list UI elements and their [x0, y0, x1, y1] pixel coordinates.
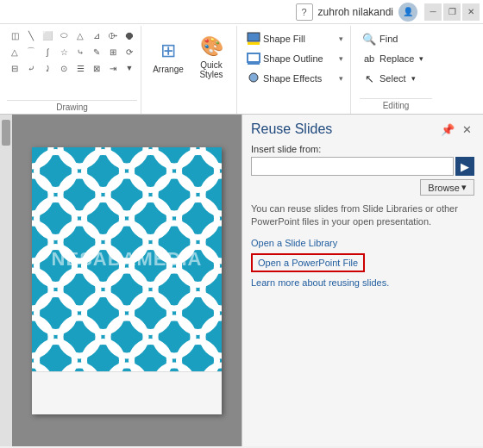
panel-header: Reuse Slides 📌 ✕ [242, 115, 483, 140]
find-button[interactable]: 🔍 Find [360, 29, 432, 48]
shape-outline-label: Shape Outline [263, 53, 337, 64]
scrollbar-thumb[interactable] [2, 120, 10, 146]
panel-pin-button[interactable]: 📌 [440, 121, 455, 137]
svg-rect-0 [248, 33, 260, 41]
slide-area: NESABAMEDIA [0, 115, 242, 446]
slide-bottom [32, 371, 222, 414]
insert-path-input[interactable] [251, 157, 454, 176]
tool-btn-8[interactable]: ⯃ [122, 28, 137, 43]
replace-dropdown-arrow: ▾ [419, 54, 423, 63]
browse-dropdown-arrow: ▾ [461, 182, 467, 193]
drawing-row-1: ◫ ╲ ⬜ ⬭ △ ⊿ ⌱ ⯃ [7, 28, 137, 43]
tool-btn-4[interactable]: ⬭ [56, 28, 72, 43]
slide-canvas: NESABAMEDIA [12, 115, 242, 446]
tool-btn-5[interactable]: △ [72, 28, 88, 43]
shape-fill-dropdown-arrow: ▾ [339, 34, 343, 43]
main-area: NESABAMEDIA Reuse Slides 📌 ✕ Insert slid… [0, 115, 483, 446]
ribbon: ◫ ╲ ⬜ ⬭ △ ⊿ ⌱ ⯃ △ ⌒ ∫ ☆ ⤷ ✎ ⊞ ⟳ [0, 24, 483, 115]
panel-close-button[interactable]: ✕ [459, 121, 474, 137]
shape-effects-dropdown-arrow: ▾ [339, 74, 343, 83]
shape-outline-dropdown-arrow: ▾ [339, 54, 343, 63]
find-label: Find [380, 34, 398, 44]
tool-btn-19[interactable]: ⤸ [40, 60, 55, 76]
help-icon: ? [302, 7, 307, 17]
drawing-row-3: ⊟ ⤶ ⤸ ⊙ ☰ ⊠ ⇥ ▼ [7, 60, 137, 76]
replace-button[interactable]: ab Replace ▾ [360, 49, 432, 68]
shape-section: Shape Fill ▾ Shape Outline ▾ Shape Effec… [239, 26, 351, 114]
quick-styles-label: Quick Styles [192, 60, 230, 79]
tool-btn-21[interactable]: ☰ [72, 60, 88, 76]
quick-styles-icon: 🎨 [200, 35, 223, 58]
info-text: You can reuse slides from Slide Librarie… [251, 202, 474, 229]
drawing-tools-section: ◫ ╲ ⬜ ⬭ △ ⊿ ⌱ ⯃ △ ⌒ ∫ ☆ ⤷ ✎ ⊞ ⟳ [3, 26, 141, 114]
select-dropdown-arrow: ▾ [411, 74, 416, 83]
shape-fill-icon [246, 31, 261, 47]
tool-btn-17[interactable]: ⊟ [7, 60, 22, 76]
browse-button[interactable]: Browse ▾ [420, 179, 474, 196]
shape-effects-icon [246, 71, 261, 86]
arrange-icon: ⊞ [160, 40, 176, 62]
editing-section: 🔍 Find ab Replace ▾ ↖ Select ▾ Editing [353, 26, 439, 114]
avatar: 👤 [398, 3, 417, 22]
learn-more-link[interactable]: Learn more about reusing slides. [251, 277, 474, 288]
tool-btn-3[interactable]: ⬜ [40, 28, 55, 43]
tool-btn-14[interactable]: ✎ [89, 44, 104, 59]
tool-btn-23[interactable]: ⇥ [105, 60, 121, 76]
panel-title: Reuse Slides [251, 121, 332, 137]
tool-btn-1[interactable]: ◫ [7, 28, 22, 43]
tool-btn-15[interactable]: ⊞ [105, 44, 121, 59]
svg-rect-3 [248, 63, 260, 65]
user-info: zuhroh nilakandi 👤 [318, 3, 417, 22]
arrange-label: Arrange [153, 65, 184, 74]
replace-icon: ab [362, 52, 376, 65]
username-label: zuhroh nilakandi [318, 6, 393, 18]
find-icon: 🔍 [362, 32, 376, 46]
tool-btn-20[interactable]: ⊙ [56, 60, 72, 76]
shape-effects-label: Shape Effects [263, 73, 337, 84]
tool-btn-expand[interactable]: ▼ [122, 60, 137, 76]
shape-outline-row[interactable]: Shape Outline ▾ [244, 49, 345, 68]
open-slide-library-link[interactable]: Open a Slide Library [251, 238, 474, 248]
insert-from-label: Insert slide from: [251, 144, 474, 154]
tool-btn-10[interactable]: ⌒ [23, 44, 39, 59]
svg-rect-1 [248, 42, 260, 45]
shape-outline-icon [246, 51, 261, 66]
tool-btn-6[interactable]: ⊿ [89, 28, 104, 43]
help-button[interactable]: ? [296, 3, 313, 21]
panel-controls: 📌 ✕ [440, 121, 474, 137]
tool-btn-12[interactable]: ☆ [56, 44, 72, 59]
quick-styles-button[interactable]: 🎨 Quick Styles [191, 29, 231, 84]
tool-btn-22[interactable]: ⊠ [89, 60, 104, 76]
shape-effects-row[interactable]: Shape Effects ▾ [244, 69, 345, 88]
editing-section-label: Editing [360, 98, 432, 110]
svg-rect-2 [248, 53, 260, 62]
tool-btn-13[interactable]: ⤷ [72, 44, 88, 59]
browse-label: Browse [428, 183, 460, 193]
window-controls: ─ ❐ ✕ [424, 3, 480, 21]
select-icon: ↖ [362, 72, 376, 85]
open-powerpoint-file-link[interactable]: Open a PowerPoint File [251, 253, 365, 272]
select-button[interactable]: ↖ Select ▾ [360, 69, 432, 88]
tool-btn-7[interactable]: ⌱ [105, 28, 121, 43]
drawing-tool-rows: ◫ ╲ ⬜ ⬭ △ ⊿ ⌱ ⯃ △ ⌒ ∫ ☆ ⤷ ✎ ⊞ ⟳ [7, 28, 137, 98]
restore-button[interactable]: ❐ [443, 3, 461, 21]
pin-icon: 📌 [441, 123, 455, 136]
close-button[interactable]: ✕ [462, 3, 480, 21]
drawing-section-label: Drawing [7, 100, 137, 112]
shape-fill-row[interactable]: Shape Fill ▾ [244, 29, 345, 48]
minimize-button[interactable]: ─ [424, 3, 442, 21]
arrange-section: ⊞ Arrange 🎨 Quick Styles [143, 26, 237, 114]
tool-btn-11[interactable]: ∫ [40, 44, 55, 59]
tool-btn-16[interactable]: ⟳ [122, 44, 137, 59]
shape-fill-label: Shape Fill [263, 34, 337, 44]
panel-close-icon: ✕ [462, 123, 472, 136]
panel-body: Insert slide from: ▶ Browse ▾ You can re… [242, 140, 483, 446]
tool-btn-2[interactable]: ╲ [23, 28, 39, 43]
slide-scrollbar[interactable] [0, 115, 12, 446]
drawing-row-2: △ ⌒ ∫ ☆ ⤷ ✎ ⊞ ⟳ [7, 44, 137, 59]
reuse-panel: Reuse Slides 📌 ✕ Insert slide from: ▶ [242, 115, 483, 446]
insert-go-button[interactable]: ▶ [455, 157, 474, 176]
arrange-button[interactable]: ⊞ Arrange [148, 29, 188, 84]
tool-btn-9[interactable]: △ [7, 44, 22, 59]
tool-btn-18[interactable]: ⤶ [23, 60, 39, 76]
